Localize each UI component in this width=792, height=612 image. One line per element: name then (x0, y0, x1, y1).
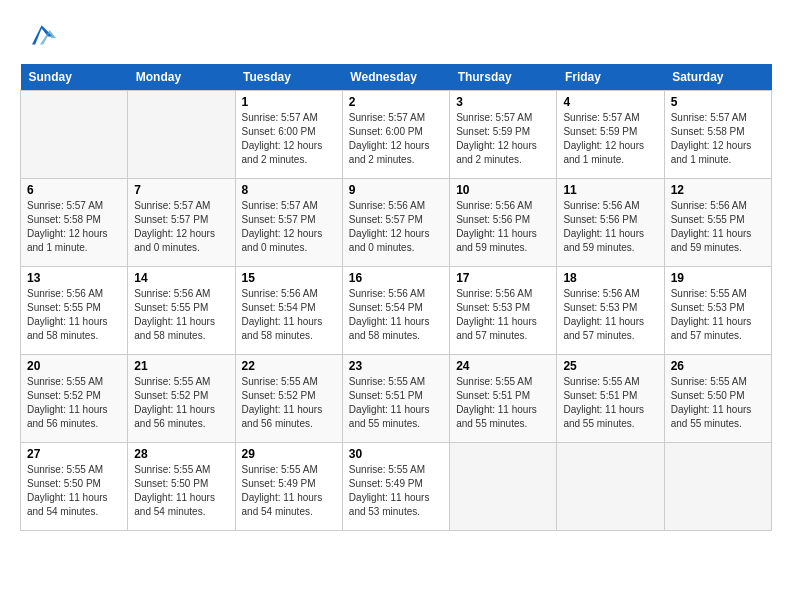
calendar-cell: 8Sunrise: 5:57 AM Sunset: 5:57 PM Daylig… (235, 179, 342, 267)
calendar-header-row: SundayMondayTuesdayWednesdayThursdayFrid… (21, 64, 772, 91)
day-number: 9 (349, 183, 443, 197)
day-info: Sunrise: 5:55 AM Sunset: 5:50 PM Dayligh… (134, 463, 228, 519)
day-number: 26 (671, 359, 765, 373)
calendar-cell: 20Sunrise: 5:55 AM Sunset: 5:52 PM Dayli… (21, 355, 128, 443)
weekday-header: Sunday (21, 64, 128, 91)
day-number: 16 (349, 271, 443, 285)
calendar-cell: 1Sunrise: 5:57 AM Sunset: 6:00 PM Daylig… (235, 91, 342, 179)
calendar-cell: 14Sunrise: 5:56 AM Sunset: 5:55 PM Dayli… (128, 267, 235, 355)
day-number: 24 (456, 359, 550, 373)
calendar-cell: 13Sunrise: 5:56 AM Sunset: 5:55 PM Dayli… (21, 267, 128, 355)
day-info: Sunrise: 5:57 AM Sunset: 5:59 PM Dayligh… (563, 111, 657, 167)
calendar-cell: 3Sunrise: 5:57 AM Sunset: 5:59 PM Daylig… (450, 91, 557, 179)
calendar-week-row: 13Sunrise: 5:56 AM Sunset: 5:55 PM Dayli… (21, 267, 772, 355)
day-info: Sunrise: 5:55 AM Sunset: 5:52 PM Dayligh… (242, 375, 336, 431)
calendar-cell: 29Sunrise: 5:55 AM Sunset: 5:49 PM Dayli… (235, 443, 342, 531)
day-number: 18 (563, 271, 657, 285)
calendar-cell (664, 443, 771, 531)
day-info: Sunrise: 5:56 AM Sunset: 5:55 PM Dayligh… (27, 287, 121, 343)
day-number: 6 (27, 183, 121, 197)
day-info: Sunrise: 5:56 AM Sunset: 5:53 PM Dayligh… (563, 287, 657, 343)
calendar-week-row: 6Sunrise: 5:57 AM Sunset: 5:58 PM Daylig… (21, 179, 772, 267)
day-info: Sunrise: 5:57 AM Sunset: 6:00 PM Dayligh… (349, 111, 443, 167)
day-number: 19 (671, 271, 765, 285)
day-number: 17 (456, 271, 550, 285)
calendar-cell: 15Sunrise: 5:56 AM Sunset: 5:54 PM Dayli… (235, 267, 342, 355)
day-info: Sunrise: 5:56 AM Sunset: 5:54 PM Dayligh… (349, 287, 443, 343)
calendar-cell (128, 91, 235, 179)
day-info: Sunrise: 5:57 AM Sunset: 5:58 PM Dayligh… (27, 199, 121, 255)
calendar-cell: 16Sunrise: 5:56 AM Sunset: 5:54 PM Dayli… (342, 267, 449, 355)
day-number: 10 (456, 183, 550, 197)
day-info: Sunrise: 5:55 AM Sunset: 5:50 PM Dayligh… (671, 375, 765, 431)
day-number: 29 (242, 447, 336, 461)
day-info: Sunrise: 5:57 AM Sunset: 5:59 PM Dayligh… (456, 111, 550, 167)
calendar-cell (557, 443, 664, 531)
calendar-cell: 11Sunrise: 5:56 AM Sunset: 5:56 PM Dayli… (557, 179, 664, 267)
weekday-header: Wednesday (342, 64, 449, 91)
weekday-header: Monday (128, 64, 235, 91)
calendar-cell: 7Sunrise: 5:57 AM Sunset: 5:57 PM Daylig… (128, 179, 235, 267)
day-info: Sunrise: 5:55 AM Sunset: 5:51 PM Dayligh… (563, 375, 657, 431)
day-info: Sunrise: 5:56 AM Sunset: 5:56 PM Dayligh… (563, 199, 657, 255)
day-number: 4 (563, 95, 657, 109)
calendar-table: SundayMondayTuesdayWednesdayThursdayFrid… (20, 64, 772, 531)
day-info: Sunrise: 5:57 AM Sunset: 5:57 PM Dayligh… (242, 199, 336, 255)
weekday-header: Friday (557, 64, 664, 91)
day-info: Sunrise: 5:56 AM Sunset: 5:55 PM Dayligh… (671, 199, 765, 255)
calendar-cell: 30Sunrise: 5:55 AM Sunset: 5:49 PM Dayli… (342, 443, 449, 531)
day-number: 3 (456, 95, 550, 109)
day-number: 28 (134, 447, 228, 461)
calendar-week-row: 27Sunrise: 5:55 AM Sunset: 5:50 PM Dayli… (21, 443, 772, 531)
day-info: Sunrise: 5:56 AM Sunset: 5:57 PM Dayligh… (349, 199, 443, 255)
calendar-cell: 24Sunrise: 5:55 AM Sunset: 5:51 PM Dayli… (450, 355, 557, 443)
logo (20, 20, 56, 48)
day-number: 11 (563, 183, 657, 197)
logo-icon (24, 20, 56, 48)
weekday-header: Tuesday (235, 64, 342, 91)
day-number: 30 (349, 447, 443, 461)
calendar-cell: 12Sunrise: 5:56 AM Sunset: 5:55 PM Dayli… (664, 179, 771, 267)
day-number: 13 (27, 271, 121, 285)
calendar-cell: 25Sunrise: 5:55 AM Sunset: 5:51 PM Dayli… (557, 355, 664, 443)
calendar-cell: 9Sunrise: 5:56 AM Sunset: 5:57 PM Daylig… (342, 179, 449, 267)
day-number: 21 (134, 359, 228, 373)
calendar-cell: 5Sunrise: 5:57 AM Sunset: 5:58 PM Daylig… (664, 91, 771, 179)
day-number: 12 (671, 183, 765, 197)
day-number: 27 (27, 447, 121, 461)
calendar-week-row: 20Sunrise: 5:55 AM Sunset: 5:52 PM Dayli… (21, 355, 772, 443)
day-info: Sunrise: 5:55 AM Sunset: 5:49 PM Dayligh… (349, 463, 443, 519)
calendar-cell: 4Sunrise: 5:57 AM Sunset: 5:59 PM Daylig… (557, 91, 664, 179)
calendar-cell: 26Sunrise: 5:55 AM Sunset: 5:50 PM Dayli… (664, 355, 771, 443)
day-number: 14 (134, 271, 228, 285)
calendar-cell (450, 443, 557, 531)
day-number: 15 (242, 271, 336, 285)
day-number: 20 (27, 359, 121, 373)
day-number: 8 (242, 183, 336, 197)
weekday-header: Thursday (450, 64, 557, 91)
calendar-cell: 23Sunrise: 5:55 AM Sunset: 5:51 PM Dayli… (342, 355, 449, 443)
calendar-cell: 28Sunrise: 5:55 AM Sunset: 5:50 PM Dayli… (128, 443, 235, 531)
day-info: Sunrise: 5:55 AM Sunset: 5:50 PM Dayligh… (27, 463, 121, 519)
day-info: Sunrise: 5:56 AM Sunset: 5:54 PM Dayligh… (242, 287, 336, 343)
day-info: Sunrise: 5:57 AM Sunset: 6:00 PM Dayligh… (242, 111, 336, 167)
calendar-cell: 2Sunrise: 5:57 AM Sunset: 6:00 PM Daylig… (342, 91, 449, 179)
day-number: 7 (134, 183, 228, 197)
calendar-cell: 21Sunrise: 5:55 AM Sunset: 5:52 PM Dayli… (128, 355, 235, 443)
calendar-cell: 18Sunrise: 5:56 AM Sunset: 5:53 PM Dayli… (557, 267, 664, 355)
calendar-cell: 10Sunrise: 5:56 AM Sunset: 5:56 PM Dayli… (450, 179, 557, 267)
day-info: Sunrise: 5:55 AM Sunset: 5:53 PM Dayligh… (671, 287, 765, 343)
day-info: Sunrise: 5:55 AM Sunset: 5:51 PM Dayligh… (349, 375, 443, 431)
calendar-cell: 22Sunrise: 5:55 AM Sunset: 5:52 PM Dayli… (235, 355, 342, 443)
weekday-header: Saturday (664, 64, 771, 91)
day-number: 25 (563, 359, 657, 373)
day-number: 2 (349, 95, 443, 109)
day-info: Sunrise: 5:55 AM Sunset: 5:52 PM Dayligh… (134, 375, 228, 431)
calendar-cell: 27Sunrise: 5:55 AM Sunset: 5:50 PM Dayli… (21, 443, 128, 531)
day-info: Sunrise: 5:55 AM Sunset: 5:51 PM Dayligh… (456, 375, 550, 431)
calendar-cell: 6Sunrise: 5:57 AM Sunset: 5:58 PM Daylig… (21, 179, 128, 267)
day-number: 22 (242, 359, 336, 373)
calendar-cell (21, 91, 128, 179)
calendar-cell: 19Sunrise: 5:55 AM Sunset: 5:53 PM Dayli… (664, 267, 771, 355)
day-info: Sunrise: 5:57 AM Sunset: 5:58 PM Dayligh… (671, 111, 765, 167)
